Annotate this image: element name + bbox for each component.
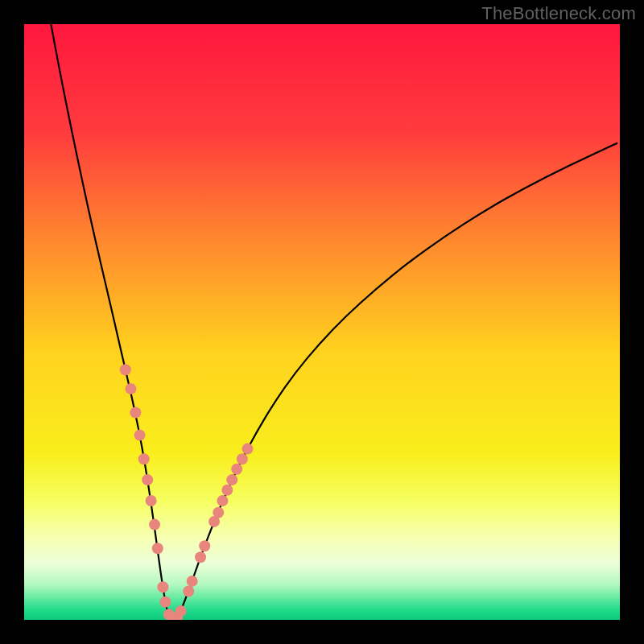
marker-dot xyxy=(195,551,206,563)
marker-dot xyxy=(134,430,146,441)
marker-dot xyxy=(217,495,228,506)
chart-frame: TheBottleneck.com xyxy=(0,0,644,644)
marker-dot xyxy=(130,407,141,418)
marker-dot xyxy=(226,474,237,485)
marker-dot xyxy=(138,453,150,464)
marker-dot xyxy=(175,605,187,617)
marker-dot xyxy=(146,495,157,506)
gradient-background xyxy=(24,24,620,620)
marker-dot xyxy=(237,453,248,464)
marker-dot xyxy=(149,519,160,530)
marker-dot xyxy=(142,474,153,485)
marker-dot xyxy=(183,585,194,597)
marker-dot xyxy=(120,364,131,375)
marker-dot xyxy=(213,507,224,518)
marker-dot xyxy=(221,485,233,496)
marker-dot xyxy=(125,383,136,394)
marker-dot xyxy=(157,581,168,592)
plot-area xyxy=(24,24,620,620)
marker-dot xyxy=(242,444,254,455)
marker-dot xyxy=(152,543,163,554)
marker-dot xyxy=(199,540,210,551)
marker-dot xyxy=(187,576,198,587)
bottleneck-chart xyxy=(24,24,620,620)
watermark-text: TheBottleneck.com xyxy=(481,3,636,24)
marker-dot xyxy=(231,464,242,475)
marker-dot xyxy=(159,597,171,608)
